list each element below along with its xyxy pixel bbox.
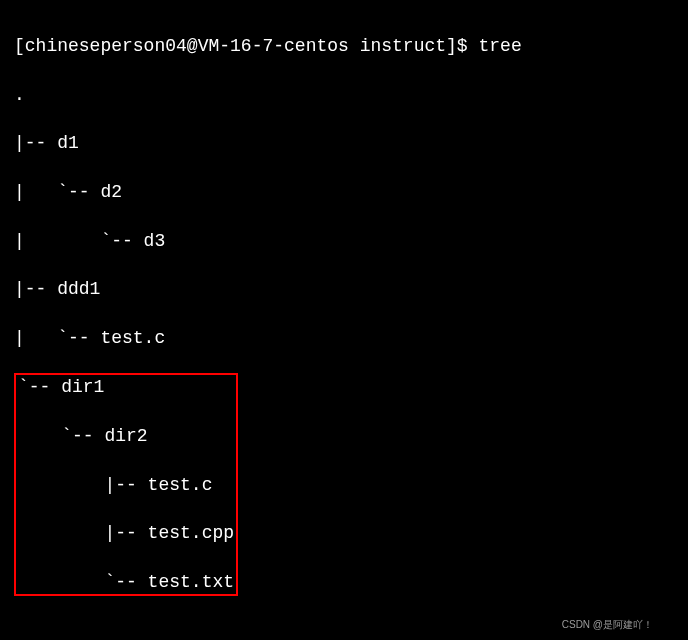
tree-output-line: | `-- d3 [14, 229, 674, 253]
terminal[interactable]: [chineseperson04@VM-16-7-centos instruct… [0, 0, 688, 640]
watermark: CSDN @是阿建吖！ [562, 618, 653, 632]
highlight-box-dir1: `-- dir1 `-- dir2 |-- test.c |-- test.cp… [14, 373, 238, 596]
tree-output-line: |-- d1 [14, 131, 674, 155]
tree-output-line: |-- test.c [18, 473, 234, 497]
tree-output-line: `-- dir2 [18, 424, 234, 448]
tree-output-line: `-- test.txt [18, 570, 234, 594]
tree-output-line: |-- test.cpp [18, 521, 234, 545]
tree-output-line: . [14, 83, 674, 107]
prompt: [chineseperson04@VM-16-7-centos instruct… [14, 36, 478, 56]
tree-output-line: | `-- test.c [14, 326, 674, 350]
tree-output-line: | `-- d2 [14, 180, 674, 204]
prompt-line: [chineseperson04@VM-16-7-centos instruct… [14, 34, 674, 58]
tree-output-line: `-- dir1 [18, 375, 234, 399]
tree-output-line: |-- ddd1 [14, 277, 674, 301]
command-tree: tree [478, 36, 521, 56]
blank-line [14, 595, 674, 619]
